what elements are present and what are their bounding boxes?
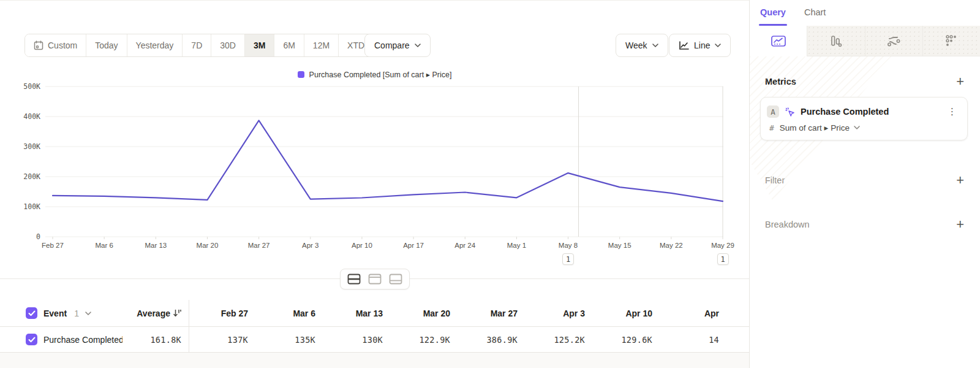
- date-toolbar: CustomTodayYesterday7D30D3M6M12MXTD Comp…: [0, 34, 749, 57]
- tab-retention[interactable]: [922, 26, 980, 56]
- x-tick-label: Apr 3: [302, 242, 319, 249]
- range-button-yesterday[interactable]: Yesterday: [127, 34, 183, 56]
- retention-icon: [944, 34, 959, 48]
- range-button-6m[interactable]: 6M: [274, 34, 304, 56]
- report-main-area: CustomTodayYesterday7D30D3M6M12MXTD Comp…: [0, 0, 749, 368]
- table-row[interactable]: Purchase Completed [...161.8K137K135K130…: [0, 327, 749, 353]
- chevron-down-icon: [85, 312, 91, 315]
- tab-bar-chart[interactable]: [807, 26, 864, 56]
- line-chart[interactable]: 0100K200K300K400K500KFeb 27Mar 6Mar 13Ma…: [0, 80, 749, 270]
- number-type-icon: #: [769, 123, 774, 132]
- average-header-label: Average: [137, 309, 170, 318]
- panel-tab-chart[interactable]: Chart: [804, 7, 826, 26]
- x-tick-label: Apr 17: [403, 242, 424, 249]
- series-line[interactable]: [53, 120, 723, 201]
- metrics-title: Metrics: [765, 77, 796, 86]
- panel-tab-query[interactable]: Query: [760, 7, 786, 26]
- add-metric-button[interactable]: +: [956, 75, 964, 88]
- average-header-cell[interactable]: Average: [123, 309, 189, 318]
- value-cell: 386.9K: [459, 335, 526, 345]
- x-tick-label: Mar 6: [95, 242, 113, 249]
- annotation-badge[interactable]: 1: [717, 253, 729, 265]
- x-tick-label: Feb 27: [42, 242, 64, 249]
- x-tick-label: May 29: [711, 242, 734, 249]
- compare-button[interactable]: Compare: [364, 34, 431, 57]
- tab-flows[interactable]: [865, 26, 922, 56]
- value-cell: 125.2K: [526, 335, 594, 345]
- range-label: Today: [95, 40, 118, 50]
- range-button-3m[interactable]: 3M: [245, 34, 274, 56]
- date-column-header: Mar 20: [391, 309, 459, 318]
- event-click-icon: [785, 107, 795, 117]
- value-cell: 14: [661, 335, 724, 345]
- date-column-header: Feb 27: [189, 309, 257, 318]
- calendar-icon: [34, 40, 43, 50]
- event-count: 1: [74, 309, 79, 318]
- breakdown-title: Breakdown: [765, 220, 810, 229]
- event-name-cell: Purchase Completed [...: [0, 334, 123, 345]
- row-checkbox[interactable]: [26, 334, 37, 345]
- y-tick-label: 100K: [23, 202, 40, 211]
- metric-event-name: Purchase Completed: [801, 107, 940, 117]
- metric-options-kebab-icon[interactable]: ⋮: [946, 106, 959, 117]
- sort-icon: [173, 309, 181, 317]
- report-type-tabs: [750, 26, 980, 56]
- x-tick-label: May 1: [507, 242, 526, 249]
- select-all-checkbox[interactable]: [26, 307, 37, 319]
- table-body: Purchase Completed [...161.8K137K135K130…: [0, 327, 749, 353]
- annotation-badge[interactable]: 1: [562, 253, 574, 265]
- table-only-view-icon[interactable]: [389, 274, 402, 285]
- range-label: 12M: [313, 40, 330, 50]
- event-header-cell[interactable]: Event 1: [0, 307, 123, 319]
- chart-type-button[interactable]: Line: [669, 34, 731, 57]
- split-view-icon[interactable]: [347, 274, 361, 285]
- range-label: Yesterday: [136, 40, 174, 50]
- compare-label: Compare: [374, 40, 410, 50]
- aggregation-selector[interactable]: Sum of cart ▸ Price: [780, 123, 860, 132]
- date-column-header: Apr 3: [526, 309, 594, 318]
- query-panel: QueryChart: [749, 0, 980, 368]
- aggregation-label: Sum of cart ▸ Price: [780, 123, 850, 132]
- range-button-7d[interactable]: 7D: [183, 34, 211, 56]
- chart-only-view-icon[interactable]: [368, 274, 382, 285]
- date-column-header: Mar 27: [459, 309, 526, 318]
- range-button-custom[interactable]: Custom: [25, 34, 86, 56]
- x-tick-label: May 22: [660, 242, 683, 249]
- table-footer-strip: [0, 353, 749, 368]
- x-tick-label: Mar 20: [197, 242, 219, 249]
- range-button-today[interactable]: Today: [86, 34, 127, 56]
- bar-chart-icon: [829, 34, 843, 48]
- y-tick-label: 500K: [23, 82, 40, 91]
- date-column-header: Mar 6: [257, 309, 324, 318]
- series-letter-badge: A: [767, 105, 779, 118]
- range-button-30d[interactable]: 30D: [211, 34, 245, 56]
- value-cell: 137K: [189, 335, 257, 345]
- chart-type-label: Line: [694, 40, 710, 50]
- date-column-header: Apr: [661, 309, 724, 318]
- value-cell: 129.6K: [594, 335, 661, 345]
- event-name: Purchase Completed [...: [43, 335, 123, 345]
- x-tick-label: Mar 27: [248, 242, 270, 249]
- date-columns-header: Feb 27Mar 6Mar 13Mar 20Mar 27Apr 3Apr 10…: [189, 300, 749, 326]
- metric-card[interactable]: A Purchase Completed ⋮ # Sum of cart ▸ P…: [760, 97, 968, 140]
- date-column-header: Mar 13: [324, 309, 391, 318]
- legend-swatch: [298, 71, 304, 78]
- flows-icon: [886, 34, 902, 48]
- x-tick-label: Apr 24: [454, 242, 475, 249]
- value-cell: 122.9K: [391, 335, 459, 345]
- line-chart-icon: [679, 41, 689, 50]
- add-filter-button[interactable]: +: [956, 174, 964, 187]
- results-table: Event 1 Average Feb 27Mar 6Mar 13Mar 20M…: [0, 300, 749, 368]
- granularity-button[interactable]: Week: [616, 34, 668, 57]
- legend-series-label: Purchase Completed [Sum of cart ▸ Price]: [309, 70, 452, 79]
- y-tick-label: 300K: [23, 142, 40, 151]
- y-tick-label: 400K: [23, 112, 40, 121]
- date-range-group: CustomTodayYesterday7D30D3M6M12MXTD: [24, 34, 384, 57]
- panel-tabs: QueryChart: [750, 0, 980, 26]
- chevron-down-icon: [854, 126, 860, 129]
- tab-insights-chart[interactable]: [750, 26, 807, 56]
- value-cell: 130K: [324, 335, 391, 345]
- range-button-12m[interactable]: 12M: [304, 34, 339, 56]
- add-breakdown-button[interactable]: +: [956, 218, 964, 231]
- range-label: 7D: [191, 40, 202, 50]
